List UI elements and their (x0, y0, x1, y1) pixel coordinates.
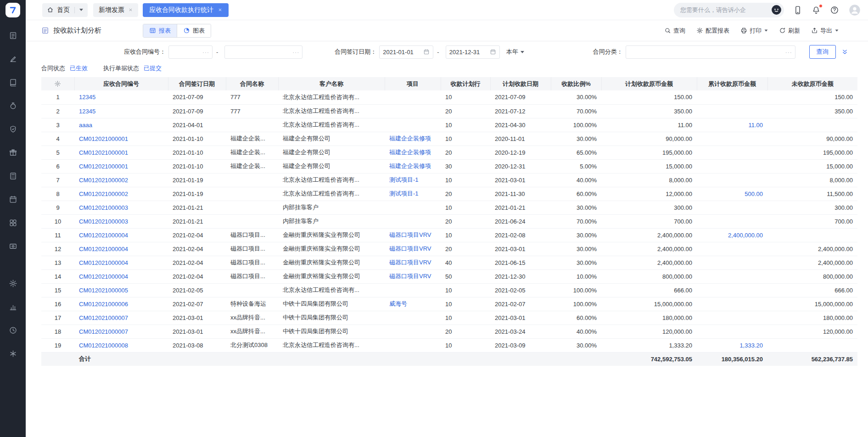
cell-code[interactable]: CM012021000004 (74, 256, 168, 269)
cell-project[interactable]: 测试项目-1 (385, 187, 441, 201)
sign-date-from-input[interactable]: 2021-01-01 (379, 45, 433, 59)
nav-reports[interactable] (0, 24, 26, 47)
cell-received_amount[interactable]: 1,333.20 (697, 338, 767, 352)
grid-settings-header[interactable] (41, 77, 74, 90)
cell-project[interactable]: 福建企企装修项 (385, 146, 441, 159)
cell-code[interactable]: CM012021000007 (74, 311, 168, 325)
expand-filters-icon[interactable] (841, 49, 848, 56)
cell-code[interactable]: CM012021000001 (74, 132, 168, 146)
mode-chart[interactable]: 图表 (177, 24, 211, 37)
help-icon[interactable] (830, 6, 839, 15)
cell-received_amount[interactable]: 500.00 (697, 187, 767, 201)
mode-report[interactable]: 报表 (143, 24, 177, 37)
nav-invoice-edit[interactable] (0, 47, 26, 71)
cell-code[interactable]: CM012021000001 (74, 146, 168, 159)
cell-project (385, 311, 441, 325)
cell-code[interactable]: CM012021000001 (74, 159, 168, 173)
cell-ratio: 30.00% (551, 242, 601, 256)
query-button[interactable]: 查询 (809, 45, 836, 59)
cell-project[interactable]: 磁器口项目VRV (385, 269, 441, 283)
cell-received_amount[interactable]: 2,400,000.00 (697, 228, 767, 242)
col-header-customer[interactable]: 客户名称 (278, 77, 385, 90)
nav-history[interactable] (0, 319, 26, 342)
tab-new-invoice[interactable]: 新增发票 (93, 3, 138, 17)
bell-icon[interactable] (812, 6, 821, 15)
ellipsis-picker-icon[interactable] (202, 49, 209, 56)
contract-status-value[interactable]: 已生效 (70, 64, 88, 73)
calendar-icon[interactable] (490, 49, 496, 55)
mobile-icon[interactable] (793, 6, 802, 15)
close-icon[interactable] (218, 8, 222, 12)
contract-no-from-input[interactable] (168, 45, 213, 59)
nav-ledger[interactable] (0, 71, 26, 94)
action-configure-report[interactable]: 配置报表 (696, 27, 729, 35)
cell-code[interactable]: CM012021000008 (74, 338, 168, 352)
col-header-plan_amount[interactable]: 计划收款原币金额 (601, 77, 697, 90)
col-header-plan_date[interactable]: 计划收款日期 (490, 77, 551, 90)
gear-icon[interactable] (44, 80, 72, 87)
nav-analytics[interactable] (0, 295, 26, 319)
cell-project[interactable]: 福建企企装修项 (385, 132, 441, 146)
cell-code[interactable]: CM012021000003 (74, 201, 168, 214)
cell-customer: 北京永达信工程造价咨询有... (278, 187, 385, 201)
nav-calculator[interactable] (0, 164, 26, 188)
col-header-code[interactable]: 应收合同编号 (74, 77, 168, 90)
nav-guarantee[interactable] (0, 118, 26, 141)
col-header-contract_name[interactable]: 合同名称 (226, 77, 278, 90)
cell-code[interactable]: CM012021000003 (74, 214, 168, 228)
action-print[interactable]: 打印 (740, 27, 768, 35)
cell-project[interactable]: 威海号 (385, 297, 441, 311)
cell-code[interactable]: CM012021000002 (74, 173, 168, 187)
ellipsis-picker-icon[interactable] (785, 49, 792, 56)
app-logo[interactable] (6, 3, 20, 17)
col-header-received_amount[interactable]: 累计收款原币金额 (697, 77, 767, 90)
contract-no-to-input[interactable] (224, 45, 302, 59)
col-header-unpaid_amount[interactable]: 未收款原币金额 (767, 77, 857, 90)
cell-plan_amount: 666.00 (601, 283, 697, 297)
cell-code[interactable]: 12345 (74, 104, 168, 118)
user-avatar[interactable] (848, 4, 861, 17)
col-header-project[interactable]: 项目 (385, 77, 441, 90)
sign-date-to-input[interactable]: 2021-12-31 (446, 45, 500, 59)
tab-receivable-stats[interactable]: 应收合同收款执行统计 (143, 3, 229, 17)
assistant-robot-icon[interactable] (771, 4, 782, 16)
nav-funds[interactable] (0, 94, 26, 118)
cell-code[interactable]: CM012021000006 (74, 297, 168, 311)
ellipsis-picker-icon[interactable] (292, 49, 299, 56)
cell-project[interactable]: 磁器口项目VRV (385, 256, 441, 269)
cell-project[interactable]: 磁器口项目VRV (385, 228, 441, 242)
doc-status-filter: 执行单据状态 已提交 (103, 64, 162, 73)
cell-code[interactable]: CM012021000004 (74, 242, 168, 256)
category-input[interactable] (626, 45, 795, 59)
cell-code[interactable]: CM012021000007 (74, 325, 168, 338)
chevron-down-icon[interactable] (79, 9, 83, 11)
cell-code[interactable]: CM012021000005 (74, 283, 168, 297)
col-header-sign_date[interactable]: 合同签订日期 (168, 77, 226, 90)
calendar-icon[interactable] (423, 49, 430, 55)
nav-billing[interactable] (0, 235, 26, 258)
action-refresh[interactable]: 刷新 (779, 27, 800, 35)
cell-code[interactable]: CM012021000004 (74, 269, 168, 283)
cell-code[interactable]: CM012021000004 (74, 228, 168, 242)
tab-home[interactable]: 首页 (42, 3, 88, 17)
nav-schedule[interactable] (0, 188, 26, 211)
cell-project[interactable]: 测试项目-1 (385, 173, 441, 187)
nav-assets[interactable] (0, 141, 26, 164)
date-preset-select[interactable]: 本年 (506, 48, 524, 56)
cell-code[interactable]: aaaa (74, 118, 168, 132)
col-header-ratio[interactable]: 收款比例% (551, 77, 601, 90)
cell-code[interactable]: CM012021000002 (74, 187, 168, 201)
nav-apps[interactable] (0, 211, 26, 235)
close-icon[interactable] (129, 8, 133, 12)
assistant-search-input[interactable]: 您需要什么，请告诉小企 (674, 3, 784, 17)
cell-project[interactable]: 福建企企装修项 (385, 159, 441, 173)
nav-settings[interactable] (0, 272, 26, 295)
action-search[interactable]: 查询 (664, 27, 685, 35)
cell-code[interactable]: 12345 (74, 90, 168, 104)
doc-status-value[interactable]: 已提交 (144, 64, 162, 73)
nav-more[interactable] (0, 342, 26, 365)
cell-received_amount[interactable]: 11.00 (697, 118, 767, 132)
action-export[interactable]: 导出 (811, 27, 839, 35)
col-header-plan_line[interactable]: 收款计划行 (441, 77, 490, 90)
cell-project[interactable]: 磁器口项目VRV (385, 242, 441, 256)
